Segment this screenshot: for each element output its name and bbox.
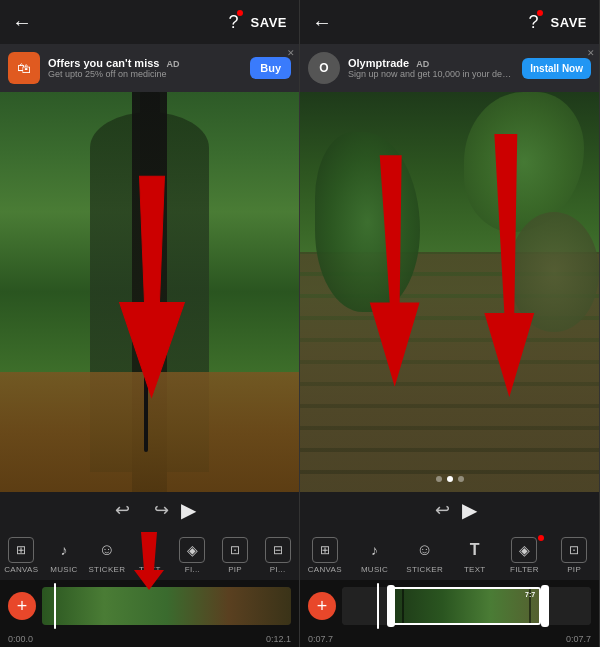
right-timeline-clip[interactable]: 7:7 — [392, 587, 541, 625]
right-help-button[interactable]: ? — [529, 12, 539, 33]
left-toolbar: ⊞ CANVAS ♪ MUSIC ☺ STICKER T TEXT ◈ FI..… — [0, 528, 299, 580]
left-text-icon: T — [137, 537, 163, 563]
left-filter-label: FI... — [185, 565, 200, 574]
left-ad-title: Offers you can't miss AD — [48, 57, 242, 69]
left-timeline: + — [0, 580, 299, 632]
left-time-right: 0:12.1 — [266, 634, 291, 644]
left-video-frame — [0, 92, 299, 492]
left-tool-sticker[interactable]: ☺ STICKER — [88, 537, 125, 574]
right-help-dot — [537, 10, 543, 16]
left-header: ← ? SAVE — [0, 0, 299, 44]
left-ad-banner[interactable]: 🛍 Offers you can't miss AD Get upto 25% … — [0, 44, 299, 92]
left-ad-label: AD — [167, 59, 180, 69]
right-text-label: TEXT — [464, 565, 486, 574]
right-tool-text[interactable]: T TEXT — [457, 537, 493, 574]
left-panel: ← ? SAVE 🛍 Offers you can't miss AD Get … — [0, 0, 300, 647]
right-timestamp-bar: 0:07.7 0:07.7 — [300, 632, 599, 647]
left-timeline-track[interactable] — [42, 587, 291, 625]
left-time-left: 0:00.0 — [8, 634, 33, 644]
left-tool-canvas[interactable]: ⊞ CANVAS — [3, 537, 39, 574]
right-controls: ↩ ▶ — [300, 492, 599, 528]
left-sticker-icon: ☺ — [94, 537, 120, 563]
left-ad-close-icon[interactable]: ✕ — [287, 48, 295, 58]
left-undo-button[interactable]: ↩ — [103, 499, 142, 521]
dot-2 — [447, 476, 453, 482]
left-music-label: MUSIC — [50, 565, 77, 574]
left-tool-text[interactable]: T TEXT — [132, 537, 168, 574]
right-time-right: 0:07.7 — [566, 634, 591, 644]
left-ad-icon: 🛍 — [8, 52, 40, 84]
left-canvas-icon: ⊞ — [8, 537, 34, 563]
left-help-button[interactable]: ? — [229, 12, 239, 33]
right-timeline-track[interactable]: 7:7 — [342, 587, 591, 625]
right-save-button[interactable]: SAVE — [551, 15, 587, 30]
left-help-dot — [237, 10, 243, 16]
right-ad-subtitle: Sign up now and get 10,000 in your demo … — [348, 69, 514, 79]
left-tool-pip2[interactable]: ⊟ PI... — [260, 537, 296, 574]
right-video-area — [300, 92, 599, 492]
left-ad-cta-button[interactable]: Buy — [250, 57, 291, 79]
right-toolbar: ⊞ CANVAS ♪ MUSIC ☺ STICKER T TEXT ◈ FILT… — [300, 528, 599, 580]
right-timeline: + 7:7 — [300, 580, 599, 632]
right-pip-label: PIP — [567, 565, 581, 574]
right-clip-handle-right[interactable] — [541, 585, 549, 627]
left-sticker-label: STICKER — [88, 565, 125, 574]
right-canvas-label: CANVAS — [308, 565, 342, 574]
right-tool-music[interactable]: ♪ MUSIC — [357, 537, 393, 574]
left-ad-text: Offers you can't miss AD Get upto 25% of… — [48, 57, 242, 79]
right-undo-button[interactable]: ↩ — [423, 499, 462, 521]
left-tool-music[interactable]: ♪ MUSIC — [46, 537, 82, 574]
left-pip-label: PIP — [228, 565, 242, 574]
left-back-button[interactable]: ← — [12, 11, 32, 34]
left-pip2-label: PI... — [270, 565, 286, 574]
left-ad-subtitle: Get upto 25% off on medicine — [48, 69, 242, 79]
right-pip-icon: ⊡ — [561, 537, 587, 563]
right-ad-title: Olymptrade AD — [348, 57, 514, 69]
right-header: ← ? SAVE — [300, 0, 599, 44]
left-play-button[interactable]: ▶ — [181, 498, 196, 522]
left-filter-icon: ◈ — [179, 537, 205, 563]
right-tool-sticker[interactable]: ☺ STICKER — [406, 537, 443, 574]
left-timestamp-bar: 0:00.0 0:12.1 — [0, 632, 299, 647]
right-panel: ← ? SAVE O Olymptrade AD Sign up now and… — [300, 0, 600, 647]
right-filter-dot — [538, 535, 544, 541]
right-play-button[interactable]: ▶ — [462, 498, 477, 522]
right-page-dots — [436, 476, 464, 482]
right-clip-badge: 7:7 — [525, 591, 535, 598]
right-text-icon: T — [462, 537, 488, 563]
right-music-label: MUSIC — [361, 565, 388, 574]
right-music-icon: ♪ — [362, 537, 388, 563]
left-pip2-icon: ⊟ — [265, 537, 291, 563]
right-filter-icon: ◈ — [511, 537, 537, 563]
right-tool-filter[interactable]: ◈ FILTER — [506, 537, 542, 574]
dot-1 — [436, 476, 442, 482]
right-filter-label: FILTER — [510, 565, 539, 574]
right-video-frame — [300, 92, 599, 492]
left-video-area — [0, 92, 299, 492]
right-sticker-icon: ☺ — [412, 537, 438, 563]
right-canvas-icon: ⊞ — [312, 537, 338, 563]
right-clip-handle-left[interactable] — [387, 585, 395, 627]
right-ad-icon: O — [308, 52, 340, 84]
right-ad-banner[interactable]: O Olymptrade AD Sign up now and get 10,0… — [300, 44, 599, 92]
right-ad-cta-button[interactable]: Install Now — [522, 58, 591, 79]
left-tool-filter[interactable]: ◈ FI... — [174, 537, 210, 574]
left-add-button[interactable]: + — [8, 592, 36, 620]
right-ad-close-icon[interactable]: ✕ — [587, 48, 595, 58]
right-timeline-cursor — [377, 583, 379, 629]
dot-3 — [458, 476, 464, 482]
right-ad-label: AD — [416, 59, 429, 69]
right-tool-pip[interactable]: ⊡ PIP — [556, 537, 592, 574]
right-tool-canvas[interactable]: ⊞ CANVAS — [307, 537, 343, 574]
left-redo-button[interactable]: ↪ — [142, 499, 181, 521]
right-time-left: 0:07.7 — [308, 634, 333, 644]
right-ad-text: Olymptrade AD Sign up now and get 10,000… — [348, 57, 514, 79]
right-sticker-label: STICKER — [406, 565, 443, 574]
left-text-label: TEXT — [139, 565, 161, 574]
right-back-button[interactable]: ← — [312, 11, 332, 34]
left-controls: ↩ ↪ ▶ — [0, 492, 299, 528]
left-pip-icon: ⊡ — [222, 537, 248, 563]
right-add-button[interactable]: + — [308, 592, 336, 620]
left-tool-pip[interactable]: ⊡ PIP — [217, 537, 253, 574]
left-save-button[interactable]: SAVE — [251, 15, 287, 30]
